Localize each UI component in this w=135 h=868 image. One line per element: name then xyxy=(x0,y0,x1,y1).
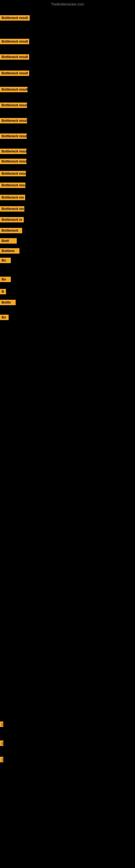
bottleneck-result-badge: Bottleneck result xyxy=(0,39,29,44)
bottleneck-result-badge: Bottleneck result xyxy=(0,133,27,139)
bottleneck-result-badge: Bo xyxy=(0,258,11,263)
bottleneck-result-badge: Bottleneck res xyxy=(0,206,24,212)
bottleneck-result-badge: Bottleneck re xyxy=(0,217,24,222)
bottleneck-result-badge: Bottleneck result xyxy=(0,15,30,21)
bottleneck-result-badge: Bo xyxy=(0,277,11,282)
bottleneck-result-badge: Bottleneck result xyxy=(0,70,29,76)
bottleneck-result-badge: Bottle xyxy=(0,300,16,305)
bottleneck-result-badge: Bo xyxy=(0,315,9,320)
bottleneck-result-badge: Bottleneck result xyxy=(0,102,27,108)
bottleneck-result-badge: Bottleneck result xyxy=(0,118,27,123)
bottleneck-result-badge: Bottleneck result xyxy=(0,183,26,188)
site-title: TheBottlenecker.com xyxy=(0,2,135,6)
bottleneck-result-badge: Bottleneck result xyxy=(0,87,28,92)
bottleneck-result-badge: Bottleneck result xyxy=(0,159,27,164)
bottleneck-result-badge: Bottleneck result xyxy=(0,149,27,154)
bottleneck-result-badge: Bottleneck result xyxy=(0,54,29,60)
bottleneck-result-badge: Bottleneck xyxy=(0,228,22,233)
bottleneck-result-badge: | xyxy=(0,721,3,727)
bottleneck-result-badge: Bottlene xyxy=(0,248,19,254)
bottleneck-result-badge: | xyxy=(0,757,3,762)
bottleneck-result-badge: Bottleneck res xyxy=(0,195,25,200)
bottleneck-result-badge: Bottl xyxy=(0,238,17,244)
bottleneck-result-badge: | xyxy=(0,741,3,746)
bottleneck-result-badge: B xyxy=(0,289,6,294)
bottleneck-result-badge: Bottleneck result xyxy=(0,171,26,176)
